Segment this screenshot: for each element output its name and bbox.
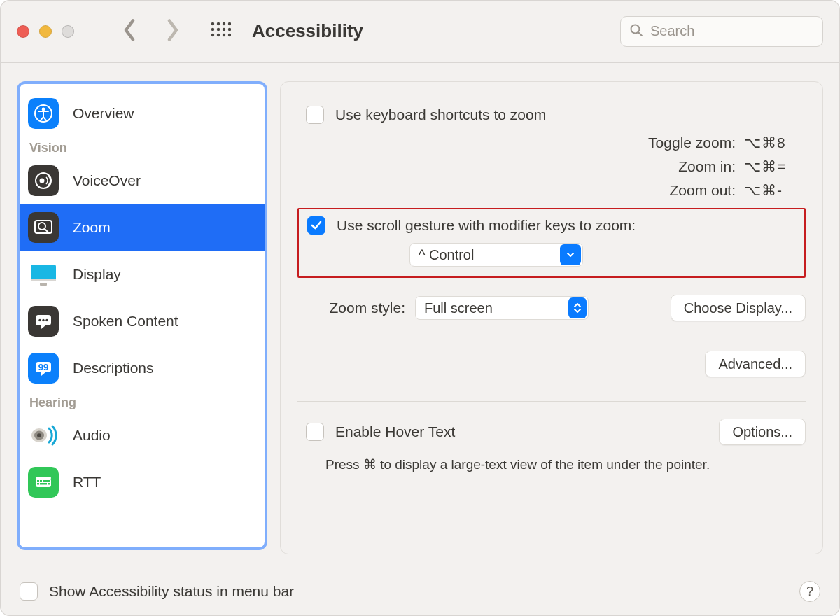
advanced-button[interactable]: Advanced...	[705, 351, 806, 377]
window-title: Accessibility	[252, 20, 620, 42]
svg-rect-36	[40, 480, 42, 482]
help-button[interactable]: ?	[799, 581, 820, 602]
toggle-zoom-label: Toggle zoom:	[471, 134, 744, 151]
sidebar-item-zoom[interactable]: Zoom	[20, 204, 265, 251]
stepper-icon	[568, 298, 587, 318]
search-field[interactable]	[620, 16, 823, 47]
svg-rect-22	[31, 279, 56, 281]
footer: Show Accessibility status in menu bar ?	[0, 567, 840, 616]
svg-point-15	[42, 107, 46, 111]
modifier-key-value: ^ Control	[419, 247, 474, 263]
toggle-zoom-keys: ⌥⌘8	[744, 134, 806, 151]
svg-point-5	[217, 27, 220, 30]
zoom-style-select[interactable]: Full screen	[415, 296, 589, 320]
sidebar-item-label: Descriptions	[73, 360, 154, 377]
sidebar[interactable]: Overview Vision VoiceOver Zoom Displa	[17, 81, 267, 550]
hover-text-label: Enable Hover Text	[335, 424, 455, 440]
menu-bar-status-label: Show Accessibility status in menu bar	[49, 583, 294, 600]
all-preferences-button[interactable]	[210, 21, 231, 42]
svg-point-6	[223, 27, 225, 30]
close-window-button[interactable]	[17, 25, 29, 38]
svg-point-26	[42, 318, 44, 321]
svg-line-13	[639, 32, 643, 36]
shortcut-list: Toggle zoom: ⌥⌘8 Zoom in: ⌥⌘= Zoom out: …	[298, 131, 806, 202]
svg-point-25	[38, 318, 41, 321]
sidebar-item-rtt[interactable]: RTT	[20, 458, 265, 505]
svg-point-27	[46, 318, 48, 321]
svg-point-3	[228, 22, 231, 24]
divider	[298, 401, 806, 402]
sidebar-item-label: Zoom	[73, 219, 111, 236]
svg-point-8	[211, 33, 214, 36]
highlight-region: Use scroll gesture with modifier keys to…	[298, 208, 806, 278]
svg-text:99: 99	[38, 362, 48, 372]
svg-point-4	[211, 27, 214, 30]
descriptions-icon: 99	[28, 353, 59, 384]
hover-text-description: Press ⌘ to display a large-text view of …	[326, 456, 806, 472]
body: Overview Vision VoiceOver Zoom Displa	[0, 63, 840, 567]
options-label: Options...	[732, 424, 792, 440]
zoom-style-value: Full screen	[424, 300, 493, 316]
svg-point-7	[228, 27, 231, 30]
svg-point-17	[40, 178, 45, 183]
choose-display-button[interactable]: Choose Display...	[671, 295, 806, 321]
chevron-down-icon	[560, 244, 581, 265]
rtt-icon	[28, 467, 59, 498]
svg-point-12	[631, 24, 640, 33]
audio-icon	[28, 420, 59, 451]
svg-rect-42	[48, 483, 50, 485]
sidebar-item-label: Spoken Content	[73, 313, 178, 330]
sidebar-item-label: VoiceOver	[73, 172, 141, 189]
svg-point-10	[223, 33, 225, 36]
sidebar-item-label: Audio	[73, 427, 111, 444]
svg-rect-40	[37, 483, 39, 485]
detail-panel: Use keyboard shortcuts to zoom Toggle zo…	[280, 81, 823, 554]
sidebar-heading-hearing: Hearing	[20, 391, 265, 412]
choose-display-label: Choose Display...	[684, 300, 792, 316]
svg-point-9	[217, 33, 220, 36]
forward-button[interactable]	[165, 18, 181, 45]
scroll-gesture-checkbox[interactable]	[307, 216, 326, 234]
keyboard-shortcuts-label: Use keyboard shortcuts to zoom	[335, 106, 546, 123]
zoom-out-keys: ⌥⌘-	[744, 182, 806, 199]
sidebar-item-voiceover[interactable]: VoiceOver	[20, 157, 265, 204]
help-icon: ?	[806, 584, 813, 599]
sidebar-item-overview[interactable]: Overview	[20, 90, 265, 136]
sidebar-item-descriptions[interactable]: 99 Descriptions	[20, 344, 265, 391]
svg-point-11	[228, 33, 231, 36]
back-button[interactable]	[122, 18, 137, 45]
search-input[interactable]	[649, 22, 829, 40]
svg-rect-34	[36, 477, 51, 479]
zoom-in-keys: ⌥⌘=	[744, 158, 806, 175]
svg-rect-39	[48, 480, 50, 482]
sidebar-item-label: RTT	[73, 474, 101, 491]
modifier-key-select[interactable]: ^ Control	[410, 243, 583, 267]
svg-rect-23	[40, 283, 47, 286]
menu-bar-status-checkbox[interactable]	[20, 582, 38, 601]
zoom-window-button[interactable]	[62, 25, 74, 38]
sidebar-item-audio[interactable]: Audio	[20, 412, 265, 458]
svg-rect-38	[46, 480, 48, 482]
sidebar-heading-vision: Vision	[20, 136, 265, 157]
svg-rect-37	[43, 480, 45, 482]
hover-text-checkbox[interactable]	[306, 423, 324, 441]
options-button[interactable]: Options...	[719, 419, 806, 445]
sidebar-item-display[interactable]: Display	[20, 251, 265, 298]
titlebar: Accessibility	[0, 0, 840, 63]
sidebar-item-spoken-content[interactable]: Spoken Content	[20, 298, 265, 344]
minimize-window-button[interactable]	[39, 25, 52, 38]
sidebar-item-label: Overview	[73, 105, 134, 122]
keyboard-shortcuts-checkbox[interactable]	[306, 106, 324, 124]
advanced-label: Advanced...	[718, 356, 792, 372]
svg-rect-41	[40, 483, 47, 485]
zoom-in-label: Zoom in:	[471, 158, 744, 175]
svg-point-0	[211, 22, 214, 24]
svg-point-32	[37, 433, 41, 438]
spoken-content-icon	[28, 306, 59, 337]
zoom-out-label: Zoom out:	[471, 182, 744, 199]
nav-arrows	[122, 18, 181, 45]
svg-point-2	[223, 22, 225, 24]
svg-rect-35	[37, 480, 39, 482]
accessibility-icon	[28, 98, 59, 129]
svg-point-1	[217, 22, 220, 24]
